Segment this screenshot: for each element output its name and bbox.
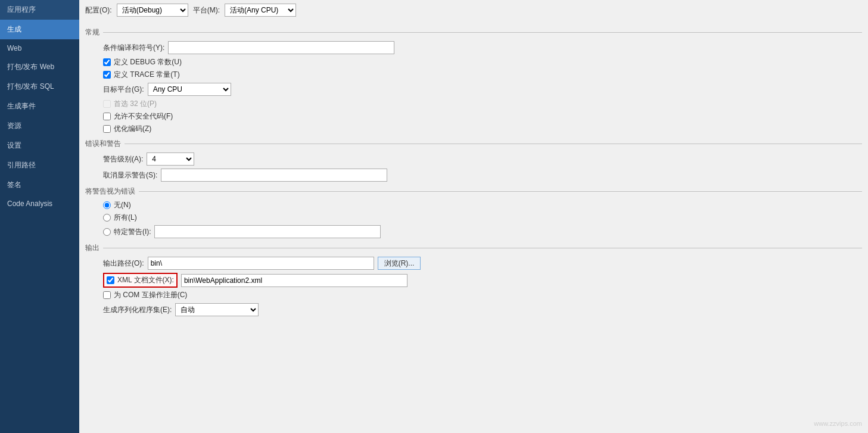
unsafe-code-row: 允许不安全代码(F)	[103, 111, 862, 122]
define-debug-checkbox[interactable]	[103, 58, 111, 66]
target-platform-select[interactable]: Any CPU x86 x64	[148, 83, 231, 96]
section-treat-warnings: 将警告视为错误	[85, 186, 862, 197]
sidebar-item-app[interactable]: 应用程序	[0, 0, 79, 20]
sidebar-item-build-events[interactable]: 生成事件	[0, 96, 79, 116]
sidebar-item-settings[interactable]: 设置	[0, 136, 79, 155]
com-interop-row: 为 COM 互操作注册(C)	[103, 290, 862, 300]
define-trace-row: 定义 TRACE 常量(T)	[103, 70, 862, 80]
xml-doc-input[interactable]	[181, 274, 407, 287]
output-path-row: 输出路径(O): 浏览(R)...	[103, 257, 862, 270]
target-platform-label: 目标平台(G):	[103, 85, 144, 95]
warning-level-row: 警告级别(A): 0 1 2 3 4	[103, 152, 862, 166]
section-general: 常规	[85, 27, 862, 38]
sidebar-item-publish-web[interactable]: 打包/发布 Web	[0, 57, 79, 77]
prefer32-row: 首选 32 位(P)	[103, 99, 862, 109]
define-trace-checkbox[interactable]	[103, 71, 111, 79]
main-panel: 配置(O): 活动(Debug) Debug Release 所有配置 平台(M…	[79, 0, 868, 433]
suppress-warnings-row: 取消显示警告(S):	[103, 169, 862, 182]
unsafe-code-label: 允许不安全代码(F)	[114, 111, 173, 122]
config-select[interactable]: 活动(Debug) Debug Release 所有配置	[117, 4, 188, 17]
none-radio[interactable]	[103, 201, 111, 209]
warning-level-label: 警告级别(A):	[103, 154, 143, 164]
specific-warnings-input[interactable]	[154, 225, 381, 238]
sidebar-item-publish-sql[interactable]: 打包/发布 SQL	[0, 77, 79, 96]
sidebar-item-build[interactable]: 生成	[0, 20, 79, 39]
toolbar: 配置(O): 活动(Debug) Debug Release 所有配置 平台(M…	[79, 0, 868, 20]
com-interop-checkbox[interactable]	[103, 291, 111, 299]
all-radio-row: 所有(L)	[103, 213, 862, 223]
output-path-label: 输出路径(O):	[103, 258, 144, 269]
unsafe-code-checkbox[interactable]	[103, 113, 111, 120]
define-debug-row: 定义 DEBUG 常数(U)	[103, 57, 862, 67]
optimize-row: 优化编码(Z)	[103, 124, 862, 134]
xml-doc-label: XML 文档文件(X):	[117, 275, 174, 285]
target-platform-row: 目标平台(G): Any CPU x86 x64	[103, 83, 862, 96]
conditional-symbols-row: 条件编译和符号(Y):	[103, 41, 862, 54]
prefer32-checkbox[interactable]	[103, 100, 111, 108]
sidebar-item-signing[interactable]: 签名	[0, 175, 79, 195]
sidebar-item-code-analysis[interactable]: Code Analysis	[0, 195, 79, 213]
none-radio-label: 无(N)	[114, 200, 131, 210]
optimize-label: 优化编码(Z)	[114, 124, 151, 134]
conditional-symbols-label: 条件编译和符号(Y):	[103, 43, 164, 53]
conditional-symbols-input[interactable]	[168, 41, 394, 54]
section-output: 输出	[85, 243, 862, 253]
suppress-warnings-input[interactable]	[161, 169, 387, 182]
suppress-warnings-label: 取消显示警告(S):	[103, 170, 157, 180]
xml-doc-checkbox[interactable]	[107, 276, 114, 284]
browse-button[interactable]: 浏览(R)...	[378, 257, 421, 270]
specific-radio[interactable]	[103, 228, 111, 236]
all-radio-label: 所有(L)	[114, 213, 137, 223]
content-area: 常规 条件编译和符号(Y): 定义 DEBUG 常数(U) 定义 TRACE 常…	[79, 20, 868, 433]
optimize-checkbox[interactable]	[103, 125, 111, 133]
sidebar: 应用程序 生成 Web 打包/发布 Web 打包/发布 SQL 生成事件 资源 …	[0, 0, 79, 433]
sidebar-item-ref-paths[interactable]: 引用路径	[0, 155, 79, 175]
serialize-select[interactable]: 自动 开 关	[175, 303, 259, 316]
platform-select[interactable]: 活动(Any CPU) Any CPU x86 x64	[225, 4, 296, 17]
serialize-row: 生成序列化程序集(E): 自动 开 关	[103, 303, 862, 316]
platform-label: 平台(M):	[193, 5, 220, 15]
specific-radio-row: 特定警告(I):	[103, 225, 862, 238]
xml-checkbox-wrapper: XML 文档文件(X):	[103, 273, 178, 288]
output-path-input[interactable]	[148, 257, 374, 270]
define-trace-label: 定义 TRACE 常量(T)	[114, 70, 180, 80]
warning-level-select[interactable]: 0 1 2 3 4	[147, 152, 194, 166]
config-label: 配置(O):	[85, 5, 112, 15]
sidebar-item-web[interactable]: Web	[0, 39, 79, 57]
section-errors: 错误和警告	[85, 139, 862, 149]
define-debug-label: 定义 DEBUG 常数(U)	[114, 57, 182, 67]
none-radio-row: 无(N)	[103, 200, 862, 210]
specific-radio-label: 特定警告(I):	[114, 227, 151, 237]
sidebar-item-resources[interactable]: 资源	[0, 116, 79, 136]
serialize-label: 生成序列化程序集(E):	[103, 305, 172, 315]
all-radio[interactable]	[103, 214, 111, 222]
xml-doc-row: XML 文档文件(X):	[103, 273, 862, 288]
com-interop-label: 为 COM 互操作注册(C)	[114, 290, 187, 300]
prefer32-label: 首选 32 位(P)	[114, 99, 157, 109]
